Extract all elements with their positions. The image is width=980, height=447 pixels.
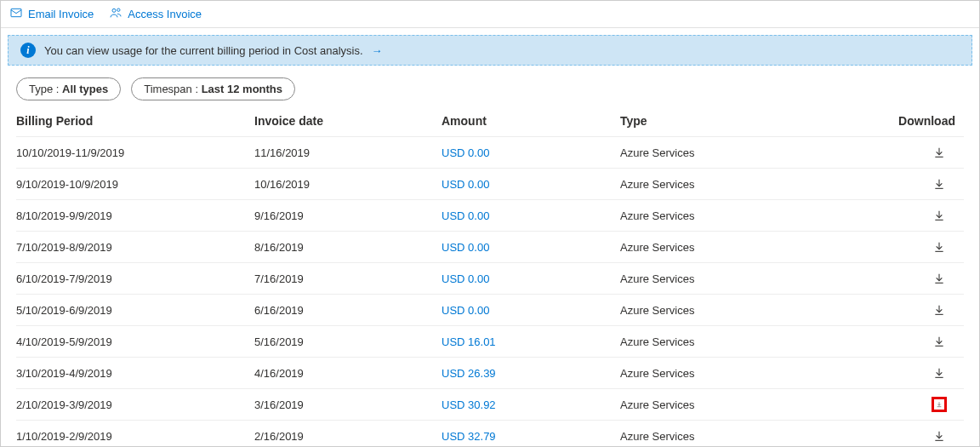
- cell-billing-period: 6/10/2019-7/9/2019: [16, 272, 254, 285]
- filter-timespan-value: Last 12 months: [202, 83, 282, 95]
- cell-type: Azure Services: [620, 367, 884, 380]
- col-amount: Amount: [442, 114, 620, 128]
- email-invoice-button[interactable]: Email Invoice: [9, 6, 94, 22]
- cell-type: Azure Services: [620, 335, 884, 348]
- cell-amount[interactable]: USD 0.00: [442, 304, 620, 317]
- info-text: You can view usage for the current billi…: [44, 44, 363, 57]
- cell-billing-period: 2/10/2019-3/9/2019: [16, 398, 254, 411]
- people-icon: [109, 6, 122, 22]
- svg-point-1: [112, 9, 116, 12]
- download-icon[interactable]: [932, 176, 947, 192]
- cell-invoice-date: 4/16/2019: [254, 367, 442, 380]
- download-icon[interactable]: [932, 334, 947, 349]
- cell-billing-period: 3/10/2019-4/9/2019: [16, 367, 254, 380]
- filter-timespan[interactable]: Timespan : Last 12 months: [131, 77, 295, 100]
- invoice-list-panel: Email Invoice Access Invoice i You can v…: [0, 0, 980, 447]
- cell-type: Azure Services: [620, 430, 884, 443]
- cell-invoice-date: 9/16/2019: [254, 209, 442, 222]
- cell-download: [884, 428, 960, 444]
- cell-invoice-date: 3/16/2019: [254, 398, 442, 411]
- cell-type: Azure Services: [620, 398, 884, 411]
- col-download: Download: [884, 114, 960, 128]
- cell-billing-period: 9/10/2019-10/9/2019: [16, 178, 254, 191]
- cell-amount[interactable]: USD 0.00: [442, 241, 620, 254]
- table-row: 2/10/2019-3/9/20193/16/2019USD 30.92Azur…: [16, 388, 964, 420]
- cell-amount[interactable]: USD 0.00: [442, 209, 620, 222]
- col-type: Type: [620, 114, 884, 128]
- download-icon[interactable]: [932, 208, 947, 223]
- cell-type: Azure Services: [620, 304, 884, 317]
- cell-download: [884, 145, 960, 160]
- cell-download: [884, 397, 960, 412]
- mail-icon: [9, 6, 23, 22]
- cost-analysis-link[interactable]: →: [372, 44, 383, 57]
- email-invoice-label: Email Invoice: [28, 8, 94, 20]
- cell-type: Azure Services: [620, 241, 884, 254]
- cell-download: [884, 334, 960, 349]
- access-invoice-label: Access Invoice: [128, 8, 202, 20]
- filter-bar: Type : All types Timespan : Last 12 mont…: [1, 66, 979, 109]
- table-body: 10/10/2019-11/9/201911/16/2019USD 0.00Az…: [16, 136, 964, 447]
- download-icon[interactable]: [932, 428, 947, 444]
- table-row: 7/10/2019-8/9/20198/16/2019USD 0.00Azure…: [16, 231, 964, 262]
- cell-amount[interactable]: USD 26.39: [442, 367, 620, 380]
- col-billing-period: Billing Period: [16, 114, 254, 128]
- cell-invoice-date: 10/16/2019: [254, 178, 442, 191]
- cell-type: Azure Services: [620, 209, 884, 222]
- filter-type[interactable]: Type : All types: [16, 77, 121, 100]
- table-row: 9/10/2019-10/9/201910/16/2019USD 0.00Azu…: [16, 168, 964, 199]
- filter-timespan-prefix: Timespan :: [144, 83, 201, 95]
- table-row: 6/10/2019-7/9/20197/16/2019USD 0.00Azure…: [16, 262, 964, 294]
- col-invoice-date: Invoice date: [254, 114, 442, 128]
- cell-download: [884, 271, 960, 286]
- cell-invoice-date: 5/16/2019: [254, 335, 442, 348]
- download-icon[interactable]: [932, 365, 947, 381]
- cell-download: [884, 208, 960, 223]
- cell-invoice-date: 7/16/2019: [254, 272, 442, 285]
- cell-download: [884, 365, 960, 381]
- cell-amount[interactable]: USD 0.00: [442, 178, 620, 191]
- cell-billing-period: 4/10/2019-5/9/2019: [16, 335, 254, 348]
- cell-billing-period: 5/10/2019-6/9/2019: [16, 304, 254, 317]
- toolbar: Email Invoice Access Invoice: [1, 1, 979, 28]
- table-row: 3/10/2019-4/9/20194/16/2019USD 26.39Azur…: [16, 357, 964, 388]
- cell-invoice-date: 6/16/2019: [254, 304, 442, 317]
- table-row: 10/10/2019-11/9/201911/16/2019USD 0.00Az…: [16, 136, 964, 168]
- table-row: 5/10/2019-6/9/20196/16/2019USD 0.00Azure…: [16, 294, 964, 325]
- cell-amount[interactable]: USD 0.00: [442, 272, 620, 285]
- cell-invoice-date: 8/16/2019: [254, 241, 442, 254]
- cell-amount[interactable]: USD 0.00: [442, 146, 620, 159]
- svg-rect-0: [11, 9, 21, 16]
- cell-type: Azure Services: [620, 178, 884, 191]
- invoice-table: Billing Period Invoice date Amount Type …: [1, 109, 979, 447]
- download-icon[interactable]: [932, 271, 947, 286]
- cell-billing-period: 8/10/2019-9/9/2019: [16, 209, 254, 222]
- cell-type: Azure Services: [620, 146, 884, 159]
- cell-amount[interactable]: USD 16.01: [442, 335, 620, 348]
- filter-type-prefix: Type :: [29, 83, 62, 95]
- access-invoice-button[interactable]: Access Invoice: [109, 6, 202, 22]
- cell-download: [884, 302, 960, 318]
- table-row: 4/10/2019-5/9/20195/16/2019USD 16.01Azur…: [16, 325, 964, 357]
- svg-point-2: [117, 9, 120, 11]
- info-icon: i: [20, 43, 36, 58]
- table-header: Billing Period Invoice date Amount Type …: [16, 109, 964, 136]
- filter-type-value: All types: [62, 83, 108, 95]
- download-icon[interactable]: [932, 145, 947, 160]
- table-row: 8/10/2019-9/9/20199/16/2019USD 0.00Azure…: [16, 199, 964, 231]
- cell-billing-period: 7/10/2019-8/9/2019: [16, 241, 254, 254]
- cell-invoice-date: 2/16/2019: [254, 430, 442, 443]
- cell-billing-period: 1/10/2019-2/9/2019: [16, 430, 254, 443]
- cell-download: [884, 239, 960, 255]
- cell-type: Azure Services: [620, 272, 884, 285]
- cell-invoice-date: 11/16/2019: [254, 146, 442, 159]
- cell-amount[interactable]: USD 32.79: [442, 430, 620, 443]
- info-bar: i You can view usage for the current bil…: [8, 35, 972, 66]
- download-icon[interactable]: [932, 302, 947, 318]
- cell-amount[interactable]: USD 30.92: [442, 398, 620, 411]
- download-icon[interactable]: [932, 239, 947, 255]
- download-icon[interactable]: [932, 397, 947, 412]
- cell-download: [884, 176, 960, 192]
- cell-billing-period: 10/10/2019-11/9/2019: [16, 146, 254, 159]
- table-row: 1/10/2019-2/9/20192/16/2019USD 32.79Azur…: [16, 420, 964, 447]
